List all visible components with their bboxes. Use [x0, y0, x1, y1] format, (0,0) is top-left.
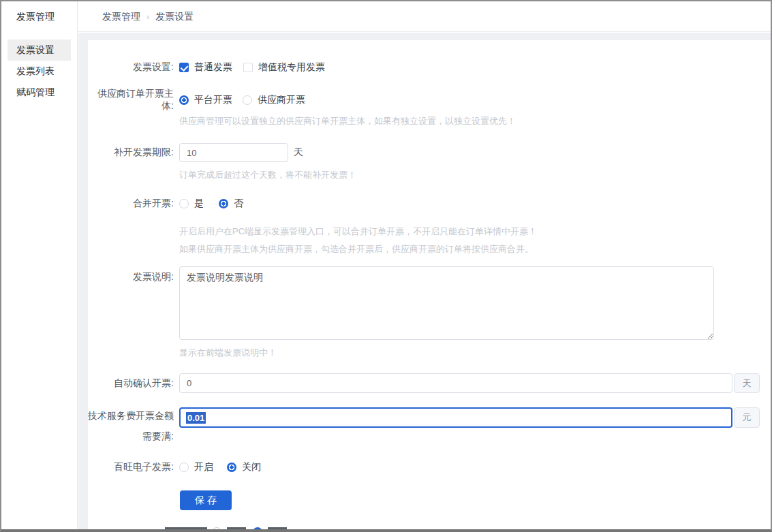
- invoice-note-label: 发票说明:: [88, 266, 174, 283]
- supplier-subject-label: 供应商订单开票主体:: [88, 88, 174, 112]
- breadcrumb-item-invoice-settings: 发票设置: [155, 11, 194, 23]
- baiwang-label: 百旺电子发票:: [88, 461, 174, 473]
- auto-confirm-unit-addon: 天: [734, 373, 760, 393]
- supplier-invoicing-label[interactable]: 供应商开票: [258, 94, 305, 106]
- auto-confirm-row: 自动确认开票: 天: [88, 373, 771, 393]
- clipped-text-fragment: [227, 527, 246, 529]
- reissue-period-unit: 天: [294, 146, 303, 159]
- reissue-period-row: 补开发票期限: 天: [88, 143, 771, 162]
- sidebar-title: 发票管理: [1, 1, 77, 32]
- merge-invoice-help-1: 开启后用户在PC端显示发票管理入口，可以合并订单开票，不开启只能在订单详情中开票…: [179, 225, 537, 238]
- auto-confirm-input[interactable]: [179, 373, 732, 393]
- merge-invoice-row: 合并开票: 是 否: [88, 197, 771, 210]
- tech-fee-label-line2: 需要满:: [88, 431, 174, 443]
- invoice-note-help: 显示在前端发票说明中！: [179, 347, 277, 359]
- save-button[interactable]: 保 存: [180, 490, 232, 510]
- chevron-right-icon: ›: [146, 12, 149, 22]
- merge-yes-radio[interactable]: [179, 199, 189, 208]
- sidebar-item-invoice-list[interactable]: 发票列表: [7, 61, 71, 82]
- settings-card: 发票设置: 普通发票 增值税专用发票 供应商订单开票主体: 平台开票: [88, 40, 771, 529]
- merge-no-label[interactable]: 否: [234, 198, 243, 210]
- ordinary-invoice-label[interactable]: 普通发票: [194, 61, 232, 74]
- tech-fee-selected-value: 0.01: [186, 412, 206, 424]
- vat-special-invoice-checkbox[interactable]: [243, 63, 253, 72]
- sidebar-menu: 发票设置 发票列表 赋码管理: [1, 32, 77, 103]
- baiwang-off-radio[interactable]: [227, 463, 236, 472]
- top-header-bar: 发票管理 › 发票设置: [1, 1, 771, 32]
- baiwang-row: 百旺电子发票: 开启 关闭: [88, 460, 771, 474]
- sidebar: 发票管理 发票设置 发票列表 赋码管理: [1, 1, 78, 529]
- breadcrumb: 发票管理 › 发票设置: [102, 1, 194, 32]
- platform-invoicing-label[interactable]: 平台开票: [194, 94, 232, 106]
- main-area: 发票设置: 普通发票 增值税专用发票 供应商订单开票主体: 平台开票: [78, 33, 771, 529]
- merge-invoice-help-2: 如果供应商开票主体为供应商开票，勾选合并开票后，供应商开票的订单将按供应商合并。: [179, 243, 534, 255]
- tech-fee-label-line1: 技术服务费开票金额: [88, 410, 174, 422]
- supplier-subject-row: 供应商订单开票主体: 平台开票 供应商开票: [88, 93, 771, 107]
- sidebar-item-code-management[interactable]: 赋码管理: [7, 82, 71, 103]
- invoice-type-row: 发票设置: 普通发票 增值税专用发票: [88, 61, 771, 74]
- breadcrumb-item-invoice-management[interactable]: 发票管理: [102, 11, 140, 23]
- merge-invoice-label: 合并开票:: [88, 198, 174, 210]
- app-window: 发票管理 › 发票设置 发票管理 发票设置 发票列表 赋码管理 发票设置:: [0, 0, 772, 532]
- tech-fee-row: 0.01 元: [179, 407, 771, 428]
- baiwang-on-label[interactable]: 开启: [194, 461, 213, 473]
- supplier-invoicing-radio[interactable]: [243, 95, 252, 105]
- merge-no-radio[interactable]: [219, 199, 228, 208]
- tech-fee-unit-addon: 元: [734, 407, 760, 428]
- reissue-period-label: 补开发票期限:: [88, 146, 174, 159]
- clipped-radio-icon: [253, 527, 262, 529]
- baiwang-off-label[interactable]: 关闭: [242, 461, 261, 473]
- baiwang-on-radio[interactable]: [179, 463, 189, 472]
- ordinary-invoice-checkbox[interactable]: [179, 63, 189, 72]
- tech-fee-input[interactable]: 0.01: [179, 407, 732, 428]
- clipped-text-fragment: [268, 527, 287, 529]
- reissue-period-input[interactable]: [179, 143, 288, 162]
- invoice-note-row: 发票说明: 发票说明发票说明: [88, 266, 771, 340]
- invoice-type-label: 发票设置:: [88, 61, 174, 74]
- vat-special-invoice-label[interactable]: 增值税专用发票: [258, 61, 325, 74]
- invoice-note-textarea[interactable]: 发票说明发票说明: [179, 266, 714, 340]
- merge-yes-label[interactable]: 是: [194, 198, 204, 210]
- auto-confirm-label: 自动确认开票:: [88, 377, 174, 390]
- platform-invoicing-radio[interactable]: [179, 95, 189, 105]
- clipped-text-fragment: [165, 527, 207, 529]
- sidebar-item-invoice-settings[interactable]: 发票设置: [7, 40, 71, 61]
- supplier-subject-help: 供应商管理可以设置独立的供应商订单开票主体，如果有独立设置，以独立设置优先！: [179, 115, 516, 127]
- reissue-period-help: 订单完成后超过这个天数，将不能补开发票！: [179, 169, 356, 181]
- clipped-radio-icon: [212, 527, 221, 529]
